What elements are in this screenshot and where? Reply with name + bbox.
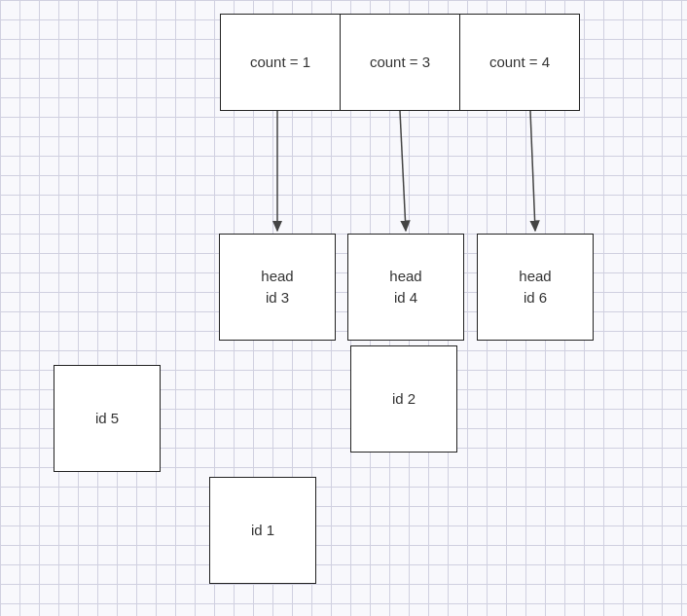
head4-line2: id 4 — [394, 287, 417, 309]
count-4-label: count = 4 — [489, 52, 550, 74]
box-id5: id 5 — [54, 365, 161, 472]
id2-label: id 2 — [392, 388, 416, 411]
head6-line2: id 6 — [524, 287, 547, 309]
box-id1: id 1 — [209, 477, 316, 584]
arrow-tohead4 — [400, 111, 406, 231]
head3-line1: head — [261, 266, 293, 288]
top-cell-3: count = 4 — [460, 15, 579, 110]
box-head3: head id 3 — [219, 234, 336, 341]
top-box: count = 1 count = 3 count = 4 — [220, 14, 580, 111]
top-cell-2: count = 3 — [341, 15, 460, 110]
box-head6: head id 6 — [477, 234, 594, 341]
count-3-label: count = 3 — [370, 52, 430, 74]
id1-label: id 1 — [251, 520, 274, 542]
arrow-tohead6 — [530, 111, 535, 231]
box-id2: id 2 — [350, 345, 457, 453]
head6-line1: head — [519, 266, 551, 288]
id5-label: id 5 — [95, 408, 119, 430]
box-head4: head id 4 — [347, 234, 464, 341]
head4-line1: head — [389, 266, 421, 288]
count-1-label: count = 1 — [250, 52, 310, 74]
head3-line2: id 3 — [266, 287, 289, 309]
top-cell-1: count = 1 — [221, 15, 341, 110]
